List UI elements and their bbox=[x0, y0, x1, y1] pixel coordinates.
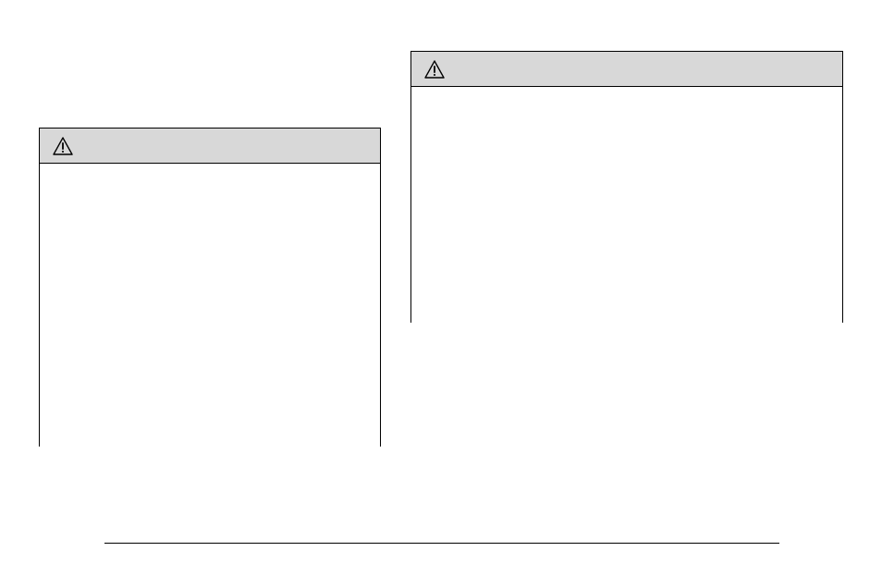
svg-point-5 bbox=[434, 73, 435, 75]
warning-triangle-icon bbox=[53, 137, 73, 155]
svg-point-2 bbox=[62, 150, 64, 152]
warning-card-body bbox=[40, 164, 380, 447]
warning-card-body bbox=[411, 87, 842, 324]
warning-card-header bbox=[411, 52, 842, 87]
warning-card-left bbox=[39, 128, 381, 447]
warning-card-right bbox=[410, 51, 843, 323]
horizontal-divider bbox=[104, 543, 779, 544]
warning-card-header bbox=[40, 129, 380, 164]
warning-triangle-icon bbox=[424, 60, 445, 79]
